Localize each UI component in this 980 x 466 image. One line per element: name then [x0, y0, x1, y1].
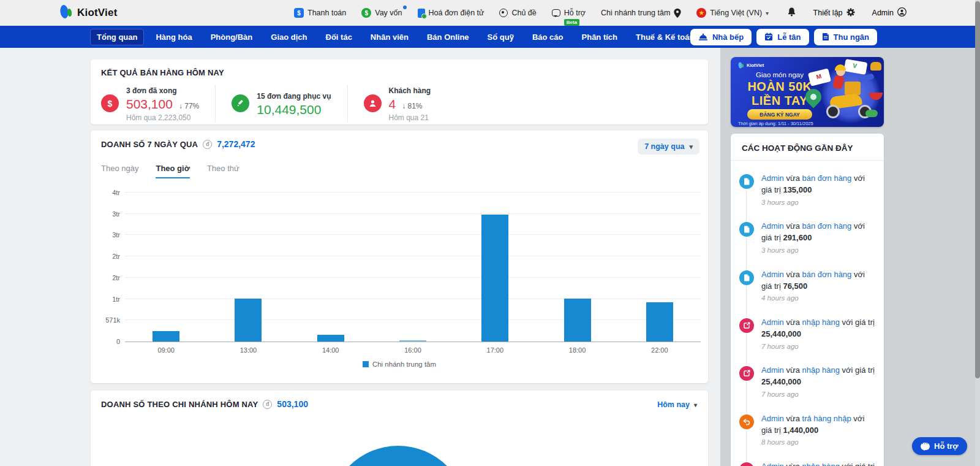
nav-item-ph-ng-b-n[interactable]: Phòng/Bàn: [204, 29, 260, 45]
activity-action-link[interactable]: bán đơn hàng: [802, 270, 852, 279]
main-navbar: Tổng quanHàng hóaPhòng/BànGiao dịchĐối t…: [0, 26, 980, 48]
return-icon: [742, 417, 752, 427]
scrollbar-thumb[interactable]: [975, 1, 980, 378]
top-menu-item-1[interactable]: $Thanh toán: [294, 8, 346, 18]
top-menu-item-5[interactable]: Hỗ trợBeta: [552, 9, 586, 17]
currency-coin-icon: đ: [263, 400, 272, 409]
chart-tab-theo-gi-[interactable]: Theo giờ: [156, 164, 189, 178]
branch-total[interactable]: 503,100: [277, 399, 308, 409]
y-axis-label: 1tr: [112, 296, 120, 303]
bar-18:00[interactable]: [564, 299, 591, 342]
settings-button[interactable]: Thiết lập: [813, 8, 855, 18]
revenue-range-dropdown[interactable]: 7 ngày qua ▾: [638, 139, 699, 155]
activity-actor-link[interactable]: Admin: [761, 414, 784, 423]
einvoice-icon: [418, 9, 425, 18]
top-menu-item-3[interactable]: Hoá đơn điện tử: [418, 9, 484, 18]
activity-item-5[interactable]: Admin vừa nhập hàng với giá trị 25,440,0…: [739, 357, 875, 405]
salad-icon: [865, 110, 878, 117]
nav-item-t-ng-quan[interactable]: Tổng quan: [90, 29, 144, 45]
brand-logo[interactable]: KiotViet: [59, 4, 118, 21]
activity-value: 76,500: [783, 281, 807, 291]
branch-pie-chart[interactable]: [329, 446, 467, 466]
import-icon: [742, 369, 752, 378]
sales-metrics: $3 đơn đã xong503,100↓ 77%Hôm qua 2,223,…: [101, 85, 698, 122]
activity-text: Admin vừa nhập hàng với giá trị 60,000,0…: [761, 461, 875, 466]
bar-22:00[interactable]: [646, 302, 673, 342]
top-menu-item-4[interactable]: Chủ đề: [499, 9, 536, 17]
scrollbar-track[interactable]: [975, 0, 980, 466]
activity-item-7[interactable]: Admin vừa nhập hàng với giá trị 60,000,0…: [739, 454, 875, 466]
sales-today-title: KẾT QUẢ BÁN HÀNG HÔM NAY: [101, 68, 698, 77]
bar-09:00[interactable]: [153, 331, 179, 342]
activity-text: Admin vừa bán đơn hàng với giá trị 135,0…: [761, 173, 875, 207]
bar-13:00[interactable]: [235, 299, 262, 342]
bar-14:00[interactable]: [317, 335, 344, 342]
banner-cta-button[interactable]: ĐĂNG KÝ NGAY: [747, 109, 812, 120]
top-menu-label: Thanh toán: [307, 9, 346, 17]
nav-buttons: Nhà bếpLễ tânThu ngân: [690, 29, 877, 45]
legend-swatch: [363, 361, 369, 367]
nav-button-nh-b-p[interactable]: Nhà bếp: [690, 29, 752, 45]
nav-item-h-ng-h-a[interactable]: Hàng hóa: [149, 29, 198, 45]
activity-action-link[interactable]: bán đơn hàng: [802, 221, 852, 231]
kitchen-cloche-icon: [698, 33, 708, 41]
revenue-total[interactable]: 7,272,472: [217, 139, 255, 149]
nav-item-s-qu-[interactable]: Sổ quỹ: [481, 29, 521, 45]
top-menu-item-6[interactable]: Chi nhánh trung tâm: [601, 9, 681, 18]
activity-item-1[interactable]: Admin vừa bán đơn hàng với giá trị 135,0…: [739, 166, 875, 213]
activity-actor-link[interactable]: Admin: [761, 270, 784, 279]
activity-action-link[interactable]: bán đơn hàng: [802, 174, 852, 183]
activity-item-3[interactable]: Admin vừa bán đơn hàng với giá trị 76,50…: [739, 262, 875, 310]
nav-item-giao-d-ch[interactable]: Giao dịch: [264, 29, 314, 45]
location-pin-icon: [674, 9, 681, 18]
nav-button-thu-ng-n[interactable]: Thu ngân: [814, 29, 878, 45]
top-menu-item-7[interactable]: ★Tiếng Việt (VN)▾: [696, 8, 769, 18]
activity-actor-link[interactable]: Admin: [761, 318, 784, 327]
nav-button-label: Thu ngân: [834, 32, 870, 42]
bar-slot: 13:00: [207, 193, 289, 342]
activity-action-link[interactable]: nhập hàng: [802, 365, 840, 375]
promo-banner[interactable]: KiotViet Giao món ngay HOÀN 50K LIỀN TAY…: [731, 57, 884, 127]
chart-tab-theo-ng-y[interactable]: Theo ngày: [101, 164, 138, 178]
activity-value: 291,600: [783, 233, 812, 242]
activity-time: 7 hours ago: [761, 389, 875, 400]
activity-item-4[interactable]: Admin vừa nhập hàng với giá trị 25,440,0…: [739, 310, 875, 357]
nav-item-nh-n-vi-n[interactable]: Nhân viên: [364, 29, 415, 45]
activity-list: Admin vừa bán đơn hàng với giá trị 135,0…: [731, 161, 884, 466]
x-axis-label: 14:00: [290, 346, 372, 354]
top-menu-label: Hoá đơn điện tử: [429, 9, 484, 17]
nav-item-ph-n-t-ch[interactable]: Phân tích: [575, 29, 625, 45]
branch-range-dropdown[interactable]: Hôm nay ▾: [657, 400, 697, 409]
activity-action-link[interactable]: nhập hàng: [802, 462, 840, 466]
bar-17:00[interactable]: [481, 215, 508, 342]
settings-label: Thiết lập: [813, 9, 843, 17]
activity-action-link[interactable]: trả hàng nhập: [802, 414, 851, 423]
activity-actor-link[interactable]: Admin: [761, 221, 784, 231]
activity-actor-link[interactable]: Admin: [761, 462, 784, 466]
customer-icon: [369, 99, 377, 107]
bar-slot: 14:00: [290, 193, 372, 342]
activity-item-6[interactable]: Admin vừa trả hàng nhập với giá trị 1,44…: [739, 406, 875, 454]
gear-icon: [846, 8, 855, 18]
activity-item-2[interactable]: Admin vừa bán đơn hàng với giá trị 291,6…: [739, 213, 875, 261]
gridline: [125, 192, 701, 193]
revenue-range-label: 7 ngày qua: [644, 142, 684, 151]
activity-text: Admin vừa nhập hàng với giá trị 25,440,0…: [761, 317, 875, 351]
user-menu[interactable]: Admin: [872, 7, 907, 18]
activity-actor-link[interactable]: Admin: [761, 174, 784, 183]
top-menu-item-2[interactable]: $Vay vốn: [361, 8, 402, 18]
chart-legend[interactable]: Chi nhánh trung tâm: [91, 361, 708, 368]
metric-compare: Hôm qua 21: [389, 113, 431, 122]
metric-label: 15 đơn đang phục vụ: [257, 92, 331, 101]
activity-actor-link[interactable]: Admin: [761, 365, 784, 375]
activity-action-link[interactable]: nhập hàng: [802, 318, 840, 327]
chart-tab-theo-th-[interactable]: Theo thứ: [207, 164, 239, 178]
nav-item--i-t-c[interactable]: Đối tác: [319, 29, 359, 45]
bar-slot: 16:00: [372, 193, 454, 342]
nav-item-b-o-c-o[interactable]: Báo cáo: [526, 29, 570, 45]
bar-16:00[interactable]: [399, 340, 426, 342]
nav-button-l-t-n[interactable]: Lễ tân: [756, 29, 809, 45]
nav-item-b-n-online[interactable]: Bán Online: [420, 29, 476, 45]
notification-bell-icon[interactable]: [787, 7, 796, 19]
support-fab-button[interactable]: Hỗ trợ: [912, 437, 967, 455]
